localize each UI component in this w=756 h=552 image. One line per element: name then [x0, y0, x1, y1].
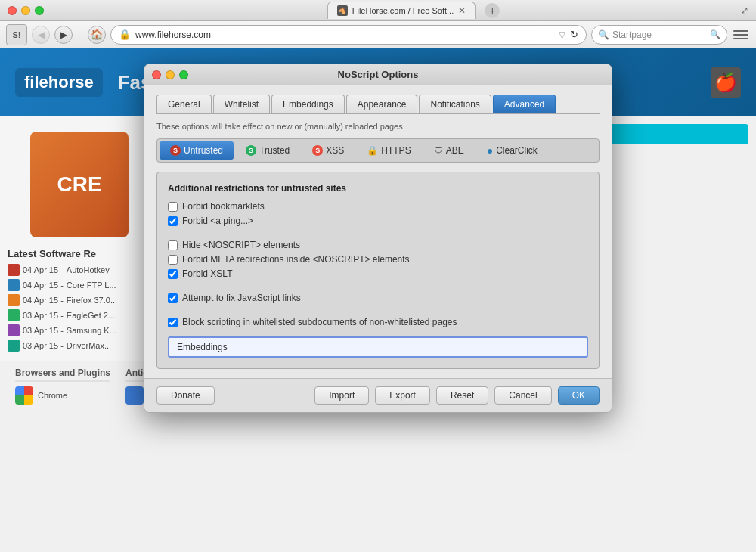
- dialog-titlebar: NoScript Options: [144, 64, 612, 85]
- subtab-abe-label: ABE: [446, 145, 464, 156]
- title-bar: 🐴 FileHorse.com / Free Soft... ✕ + ⤢: [0, 0, 756, 21]
- dropdown-icon: ▽: [559, 29, 565, 40]
- dialog-tab-bar: General Whitelist Embeddings Appearance …: [156, 95, 600, 114]
- clearclick-icon: ●: [487, 144, 493, 157]
- dialog-window-controls: [152, 70, 188, 79]
- subtab-trusted[interactable]: S Trusted: [235, 141, 300, 160]
- tab-embeddings[interactable]: Embeddings: [271, 95, 345, 113]
- checkbox-input[interactable]: [168, 255, 178, 265]
- tab-advanced[interactable]: Advanced: [493, 95, 556, 113]
- checkbox-label: Hide <NOSCRIPT> elements: [182, 240, 300, 250]
- dialog-minimize-button[interactable]: [166, 70, 175, 79]
- subtab-trusted-label: Trusted: [259, 145, 290, 156]
- new-tab-button[interactable]: +: [485, 3, 500, 18]
- browser-window: 🐴 FileHorse.com / Free Soft... ✕ + ⤢ S! …: [0, 0, 756, 552]
- checkbox-label: Forbid <a ping...>: [182, 216, 253, 226]
- checkbox-input[interactable]: [168, 240, 178, 250]
- checkbox-label: Block scripting in whitelisted subdocume…: [182, 317, 457, 327]
- checkbox-forbid-bookmarklets[interactable]: Forbid bookmarklets: [168, 201, 588, 212]
- search-submit-icon[interactable]: 🔍: [710, 29, 720, 39]
- dialog-body: General Whitelist Embeddings Appearance …: [144, 85, 612, 378]
- checkbox-forbid-ping[interactable]: Forbid <a ping...>: [168, 216, 588, 226]
- options-panel: Additional restrictions for untrusted si…: [156, 172, 600, 369]
- home-icon: 🏠: [91, 29, 103, 40]
- dialog-title: NoScript Options: [152, 69, 604, 80]
- cancel-button[interactable]: Cancel: [494, 386, 551, 405]
- subtab-clearclick[interactable]: ● ClearClick: [476, 141, 548, 160]
- checkbox-label: Attempt to fix JavaScript links: [182, 293, 301, 303]
- checkbox-input[interactable]: [168, 293, 178, 303]
- options-notice: These options will take effect on new or…: [156, 122, 600, 131]
- subtab-clearclick-label: ClearClick: [496, 145, 538, 156]
- subtab-xss[interactable]: S XSS: [302, 141, 355, 160]
- browser-content: filehorse Fast & Simple 🍎 CRE Latest Sof…: [0, 48, 756, 552]
- window-resize-button[interactable]: ⤢: [741, 5, 748, 16]
- https-icon: 🔒: [367, 145, 378, 156]
- checkbox-label: Forbid META redirections inside <NOSCRIP…: [182, 254, 410, 265]
- donate-button[interactable]: Donate: [156, 386, 215, 405]
- ok-button[interactable]: OK: [558, 386, 600, 405]
- search-placeholder: Startpage: [612, 29, 707, 40]
- xss-icon: S: [312, 145, 323, 156]
- dialog-overlay: NoScript Options General Whitelist Embed…: [0, 48, 756, 552]
- checkbox-block-scripting[interactable]: Block scripting in whitelisted subdocume…: [168, 317, 588, 327]
- trusted-icon: S: [246, 145, 256, 156]
- url-bar[interactable]: 🔒 www.filehorse.com ▽ ↻: [110, 25, 587, 45]
- tab-general[interactable]: General: [156, 95, 212, 113]
- sub-tab-bar: S Untrusted S Trusted S XSS 🔒: [156, 138, 600, 163]
- tab-title: FileHorse.com / Free Soft...: [352, 6, 454, 15]
- window-controls: [8, 6, 44, 15]
- noscript-dialog: NoScript Options General Whitelist Embed…: [144, 64, 612, 413]
- subtab-https[interactable]: 🔒 HTTPS: [356, 141, 421, 160]
- abe-icon: 🛡: [434, 145, 443, 156]
- reload-icon[interactable]: ↻: [570, 29, 578, 40]
- forward-button[interactable]: ▶: [54, 26, 73, 44]
- subtab-untrusted[interactable]: S Untrusted: [160, 141, 234, 160]
- import-button[interactable]: Import: [314, 386, 369, 405]
- checkbox-fix-js-links[interactable]: Attempt to fix JavaScript links: [168, 293, 588, 303]
- reset-button[interactable]: Reset: [436, 386, 488, 405]
- search-engine-icon: 🔍: [598, 29, 609, 40]
- dialog-close-button[interactable]: [152, 70, 161, 79]
- browser-menu-button[interactable]: [732, 26, 750, 44]
- browser-tab[interactable]: 🐴 FileHorse.com / Free Soft... ✕: [327, 2, 476, 19]
- tab-close-button[interactable]: ✕: [458, 5, 466, 16]
- dialog-footer: Donate Import Export Reset Cancel OK: [144, 378, 612, 412]
- checkbox-input[interactable]: [168, 269, 178, 279]
- subtab-https-label: HTTPS: [381, 145, 411, 156]
- back-button[interactable]: ◀: [32, 26, 50, 44]
- checkbox-input[interactable]: [168, 318, 178, 327]
- home-button[interactable]: 🏠: [88, 26, 106, 44]
- dialog-maximize-button[interactable]: [179, 70, 188, 79]
- checkbox-input[interactable]: [168, 216, 178, 226]
- tab-notifications[interactable]: Notifications: [419, 95, 491, 113]
- embeddings-label: Embeddings: [177, 342, 228, 352]
- tab-whitelist[interactable]: Whitelist: [213, 95, 270, 113]
- panel-title: Additional restrictions for untrusted si…: [168, 183, 588, 194]
- checkbox-input[interactable]: [168, 202, 178, 212]
- subtab-untrusted-label: Untrusted: [184, 145, 223, 156]
- embeddings-bar[interactable]: Embeddings: [168, 336, 588, 358]
- search-bar[interactable]: 🔍 Startpage 🔍: [591, 25, 727, 45]
- minimize-window-button[interactable]: [21, 6, 30, 15]
- export-button[interactable]: Export: [375, 386, 430, 405]
- maximize-window-button[interactable]: [35, 6, 44, 15]
- untrusted-icon: S: [170, 145, 181, 156]
- forward-icon: ▶: [60, 29, 67, 40]
- checkbox-forbid-xslt[interactable]: Forbid XSLT: [168, 268, 588, 279]
- checkbox-forbid-meta[interactable]: Forbid META redirections inside <NOSCRIP…: [168, 254, 588, 265]
- subtab-xss-label: XSS: [326, 145, 344, 156]
- back-icon: ◀: [38, 29, 45, 40]
- close-window-button[interactable]: [8, 6, 17, 15]
- tab-favicon: 🐴: [337, 5, 348, 16]
- browser-toolbar: S! ◀ ▶ 🏠 🔒 www.filehorse.com ▽ ↻ 🔍 Start…: [0, 21, 756, 48]
- checkbox-label: Forbid bookmarklets: [182, 201, 265, 212]
- checkbox-label: Forbid XSLT: [182, 268, 232, 279]
- tab-appearance[interactable]: Appearance: [346, 95, 418, 113]
- s-button[interactable]: S!: [6, 24, 27, 45]
- url-text: www.filehorse.com: [135, 29, 554, 40]
- subtab-abe[interactable]: 🛡 ABE: [423, 141, 475, 160]
- checkbox-hide-noscript[interactable]: Hide <NOSCRIPT> elements: [168, 240, 588, 250]
- secure-icon: 🔒: [119, 29, 131, 40]
